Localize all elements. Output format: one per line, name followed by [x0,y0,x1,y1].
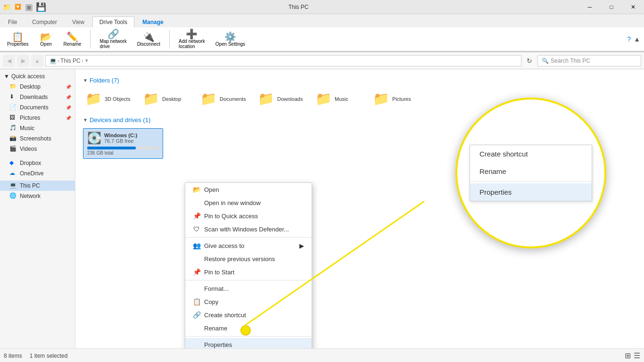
folder-pictures-icon: 📁 [373,91,389,107]
up-button[interactable]: ▲ [31,55,43,67]
ctx-defender-icon: 🛡 [193,225,200,233]
disconnect-icon: 🔌 [143,32,155,41]
title-bar: 📁 🔽 ▣ 💾 This PC ─ □ ✕ [0,0,644,14]
ctx-restore-versions[interactable]: Restore previous versions [185,252,312,265]
address-path-dropdown: ▼ [84,58,89,63]
address-path[interactable]: 💻 › This PC › ▼ [45,55,521,66]
ctx-new-window-icon [193,199,200,206]
ctx-pin-start[interactable]: 📌 Pin to Start [185,265,312,279]
ctx-format-icon [193,285,200,292]
sidebar: ▼ Quick access 📁 Desktop 📌 ⬇ Downloads 📌… [0,69,75,348]
folder-documents[interactable]: 📁 Documents [198,89,250,109]
mag-ctx-create-shortcut[interactable]: Create shortcut [470,145,592,163]
title-bar-icons: 📁 🔽 ▣ 💾 [0,2,46,12]
ctx-access-icon: 👥 [193,242,200,249]
folder-pictures[interactable]: 📁 Pictures [371,89,422,109]
minimize-button[interactable]: ─ [579,0,601,14]
ctx-open-new-window[interactable]: Open in new window [185,196,312,209]
folder-music-icon: 📁 [315,91,332,107]
ctx-scan-defender[interactable]: 🛡 Scan with Windows Defender... [185,222,312,236]
folder-downloads[interactable]: 📁 Downloads [256,89,307,109]
ribbon-btn-settings[interactable]: ⚙️ Open Settings [212,31,248,48]
folder-3d-objects[interactable]: 📁 3D Objects [83,89,135,109]
properties-icon: 📋 [12,32,24,41]
ctx-sep-3 [185,336,312,337]
tab-file[interactable]: File [1,16,24,27]
ctx-properties[interactable]: Properties [185,338,312,348]
ctx-pin-icon: 📌 [193,212,200,220]
folder-3d-icon: 📁 [85,91,102,107]
mag-ctx-rename[interactable]: Rename [470,163,592,180]
network-icon: 🌐 [9,192,17,200]
ctx-create-shortcut[interactable]: 🔗 Create shortcut [185,308,312,321]
sidebar-item-videos[interactable]: 🎬 Videos [0,144,75,154]
sidebar-item-thispc[interactable]: 💻 This PC [0,181,75,191]
status-right: ⊞ ☰ [625,351,640,360]
ctx-sep-2 [185,280,312,280]
sidebar-item-music[interactable]: 🎵 Music [0,123,75,133]
drive-windows-c[interactable]: 💽 Windows (C:) 76.7 GB free 236 GB total [83,128,163,159]
tab-manage[interactable]: Manage [135,16,171,27]
sidebar-quick-access[interactable]: ▼ Quick access [0,71,75,82]
drive-total-space: 236 GB total [87,150,159,156]
ctx-rename-icon [193,324,200,332]
ribbon-btn-disconnect[interactable]: 🔌 Disconnect [134,31,164,48]
content-area: ▼ Folders (7) 📁 3D Objects 📁 Desktop 📁 D… [75,69,644,348]
ribbon-btn-rename[interactable]: ✏️ Rename [60,31,85,48]
collapse-ribbon-icon[interactable]: ▲ [634,35,640,43]
sidebar-item-downloads[interactable]: ⬇ Downloads 📌 [0,92,75,102]
sidebar-item-desktop[interactable]: 📁 Desktop 📌 [0,82,75,92]
ctx-shortcut-icon: 🔗 [193,311,200,319]
ctx-open[interactable]: 📂 Open [185,183,312,196]
forward-button[interactable]: ▶ [17,55,29,67]
back-button[interactable]: ◀ [3,55,15,67]
ribbon-btn-open[interactable]: 📂 Open [36,31,57,48]
ribbon-btn-map-drive[interactable]: 🔗 Map networkdrive [96,28,130,50]
magnify-overlay: Create shortcut Rename Properties [455,98,606,248]
folders-section-header[interactable]: ▼ Folders (7) [83,77,636,84]
onedrive-icon: ☁ [9,170,17,177]
folders-label: Folders (7) [90,77,119,84]
help-icon[interactable]: ? [627,35,631,43]
map-drive-icon: 🔗 [107,29,119,39]
ribbon-btn-add-location[interactable]: ➕ Add networklocation [175,28,208,50]
ribbon-btn-properties[interactable]: 📋 Properties [4,31,32,48]
window-title: This PC [46,4,551,10]
folder-music[interactable]: 📁 Music [313,89,365,109]
devices-label: Devices and drives (1) [90,116,150,123]
sidebar-item-documents[interactable]: 📄 Documents 📌 [0,102,75,113]
large-icons-view-btn[interactable]: ⊞ [625,351,631,360]
mag-ctx-properties[interactable]: Properties [470,183,592,201]
sidebar-item-pictures[interactable]: 🖼 Pictures 📌 [0,113,75,123]
sidebar-item-network[interactable]: 🌐 Network [0,191,75,201]
details-view-btn[interactable]: ☰ [634,351,640,360]
tab-computer[interactable]: Computer [25,16,64,27]
address-bar: ◀ ▶ ▲ 💻 › This PC › ▼ ↻ 🔍 Search This PC [0,52,644,69]
ribbon-tabs: File Computer View Drive Tools Manage [0,14,644,27]
close-button[interactable]: ✕ [622,0,644,14]
search-placeholder: Search This PC [551,58,590,64]
ctx-format[interactable]: Format... [185,282,312,295]
desktop-folder-icon: 📁 [9,83,17,90]
sidebar-item-screenshots[interactable]: 📸 Screenshots [0,133,75,144]
sidebar-item-dropbox[interactable]: ◆ Dropbox [0,158,75,168]
ctx-properties-icon [193,341,200,348]
tab-drive-tools[interactable]: Drive Tools [92,16,134,27]
title-controls: ─ □ ✕ [579,0,644,14]
folders-collapse-icon: ▼ [83,78,88,83]
tab-view[interactable]: View [65,16,91,27]
folder-desktop[interactable]: 📁 Desktop [140,89,192,109]
ribbon-help: ? ▲ [627,35,640,43]
refresh-button[interactable]: ↻ [523,55,536,67]
search-box[interactable]: 🔍 Search This PC [537,55,641,66]
sidebar-item-onedrive[interactable]: ☁ OneDrive [0,168,75,179]
ctx-copy-icon: 📋 [193,298,200,305]
ctx-open-icon: 📂 [193,186,200,193]
documents-folder-icon: 📄 [9,104,17,111]
magnified-context-menu: Create shortcut Rename Properties [470,145,592,201]
ribbon-separator [90,30,91,49]
ctx-copy[interactable]: 📋 Copy [185,295,312,308]
ctx-pin-quick-access[interactable]: 📌 Pin to Quick access [185,209,312,222]
maximize-button[interactable]: □ [601,0,622,14]
ctx-give-access[interactable]: 👥 Give access to ▶ [185,239,312,252]
